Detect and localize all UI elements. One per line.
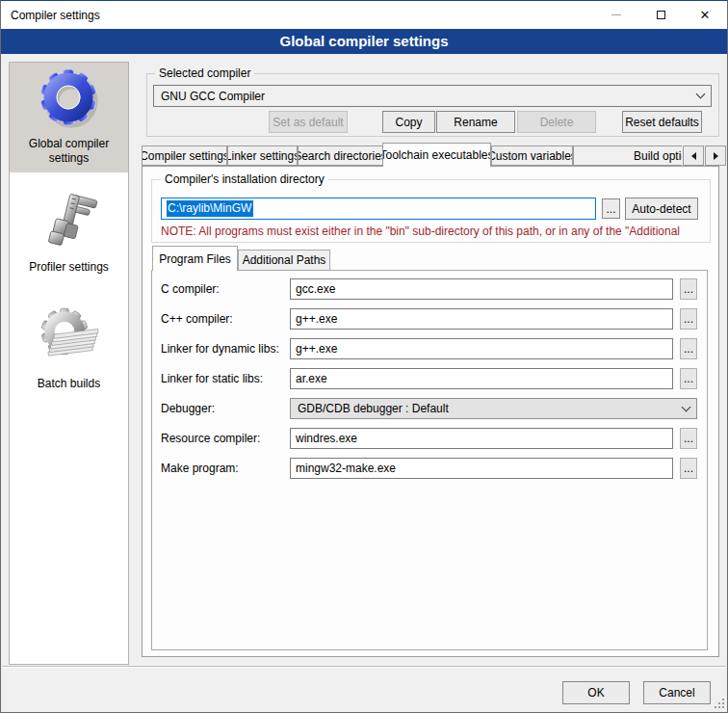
ok-button[interactable]: OK: [562, 681, 630, 704]
installation-directory-input[interactable]: C:\raylib\MinGW: [161, 198, 596, 220]
resource-compiler-input[interactable]: [290, 428, 673, 449]
delete-button[interactable]: Delete: [517, 111, 596, 133]
field-row-dynamic-linker: Linker for dynamic libs: ...: [161, 338, 698, 359]
cpp-compiler-input[interactable]: [290, 308, 673, 330]
dynamic-linker-input[interactable]: [290, 338, 673, 359]
dialog-body: Global compiler settings: [1, 54, 727, 712]
field-row-c-compiler: C compiler: ...: [161, 278, 698, 300]
browse-static-linker-button[interactable]: ...: [680, 368, 697, 389]
sidebar-item-batch-builds[interactable]: Batch builds: [10, 303, 128, 398]
close-icon: ✕: [700, 9, 711, 21]
browse-dynamic-linker-button[interactable]: ...: [680, 338, 697, 359]
page-title: Global compiler settings: [1, 29, 727, 54]
settings-category-list: Global compiler settings: [9, 62, 129, 665]
set-as-default-button[interactable]: Set as default: [269, 111, 348, 133]
field-row-make-program: Make program: ...: [161, 458, 698, 479]
selected-compiler-group-label: Selected compiler: [155, 66, 254, 80]
cancel-button[interactable]: Cancel: [643, 681, 711, 704]
caliper-icon: [39, 191, 100, 255]
compiler-select[interactable]: GNU GCC Compiler: [153, 85, 712, 107]
field-label: C compiler:: [161, 282, 220, 296]
chevron-down-icon: [696, 90, 706, 99]
tab-scroll-left-button[interactable]: [683, 145, 704, 166]
browse-cpp-compiler-button[interactable]: ...: [680, 308, 697, 330]
browse-directory-button[interactable]: ...: [602, 198, 620, 219]
sidebar-item-label: Global compiler settings: [12, 137, 126, 166]
rename-button[interactable]: Rename: [436, 111, 515, 133]
c-compiler-input[interactable]: [290, 278, 673, 300]
tab-search-directories[interactable]: Search directories: [298, 145, 383, 166]
sidebar-item-label: Profiler settings: [29, 260, 109, 275]
scroll-left-icon: [691, 152, 696, 160]
field-row-debugger: Debugger: GDB/CDB debugger : Default: [161, 398, 698, 419]
field-label: Make program:: [161, 462, 239, 475]
tab-scroll-right-button[interactable]: [705, 145, 726, 166]
window-title: Compiler settings: [1, 9, 100, 22]
field-label: C++ compiler:: [161, 312, 233, 326]
maximize-icon: [657, 11, 665, 19]
field-label: Linker for static libs:: [161, 372, 263, 385]
installation-directory-group-label: Compiler's installation directory: [161, 172, 328, 186]
field-row-cpp-compiler: C++ compiler: ...: [161, 308, 698, 330]
note-text: NOTE: All programs must exist either in …: [161, 224, 706, 238]
static-linker-input[interactable]: [290, 368, 673, 389]
debugger-select[interactable]: GDB/CDB debugger : Default: [290, 398, 697, 419]
make-program-input[interactable]: [290, 458, 673, 479]
sidebar-item-label: Batch builds: [38, 377, 100, 391]
subtab-additional-paths[interactable]: Additional Paths: [238, 250, 330, 271]
field-row-static-linker: Linker for static libs: ...: [161, 368, 698, 389]
caption-buttons: ✕: [594, 1, 727, 29]
compiler-settings-window: Compiler settings ✕ Global compiler sett…: [0, 0, 728, 713]
tab-toolchain-executables[interactable]: Toolchain executables: [382, 143, 491, 167]
resize-grip[interactable]: [715, 699, 724, 708]
copy-button[interactable]: Copy: [382, 111, 435, 133]
tab-compiler-settings[interactable]: Compiler settings: [142, 145, 227, 166]
debugger-select-value: GDB/CDB debugger : Default: [298, 402, 449, 415]
chevron-down-icon: [682, 402, 691, 411]
tab-custom-variables[interactable]: Custom variables: [491, 145, 573, 166]
field-label: Debugger:: [161, 402, 215, 415]
minimize-icon: [611, 14, 621, 15]
maximize-button[interactable]: [638, 1, 683, 29]
reset-defaults-button[interactable]: Reset defaults: [622, 111, 702, 133]
close-button[interactable]: ✕: [683, 1, 727, 29]
footer-separator: [2, 666, 726, 668]
field-label: Linker for dynamic libs:: [161, 342, 279, 356]
browse-c-compiler-button[interactable]: ...: [680, 278, 697, 300]
sidebar-item-profiler-settings[interactable]: Profiler settings: [10, 186, 128, 281]
auto-detect-button[interactable]: Auto-detect: [625, 198, 698, 220]
field-label: Resource compiler:: [161, 432, 260, 445]
sidebar-item-global-compiler-settings[interactable]: Global compiler settings: [10, 63, 128, 172]
minimize-button[interactable]: [594, 1, 638, 29]
blue-gear-icon: [39, 67, 100, 132]
tab-linker-settings[interactable]: Linker settings: [227, 145, 298, 166]
compiler-select-value: GNU GCC Compiler: [161, 90, 265, 103]
subtab-program-files[interactable]: Program Files: [152, 246, 238, 271]
tab-build-options[interactable]: Build options: [573, 145, 683, 166]
titlebar[interactable]: Compiler settings ✕: [1, 1, 727, 29]
browse-make-program-button[interactable]: ...: [680, 458, 697, 479]
field-row-resource-compiler: Resource compiler: ...: [161, 428, 698, 449]
installation-directory-value: C:\raylib\MinGW: [167, 200, 253, 217]
gray-gear-papers-icon: [39, 307, 100, 372]
scroll-right-icon: [714, 152, 718, 160]
browse-resource-compiler-button[interactable]: ...: [680, 428, 697, 449]
